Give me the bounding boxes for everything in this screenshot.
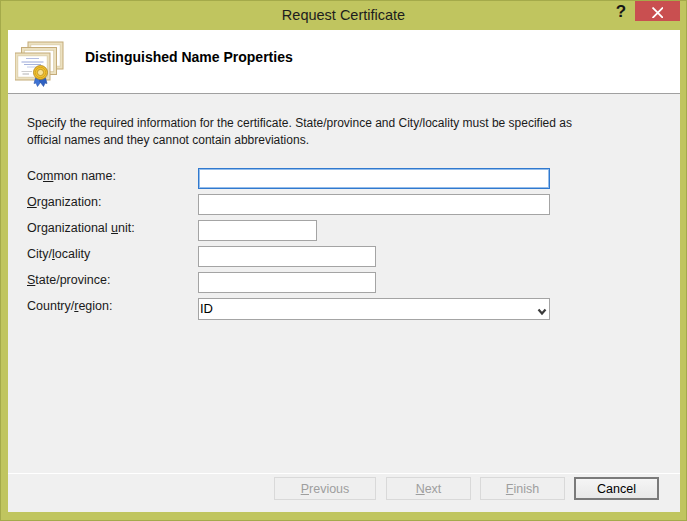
request-certificate-dialog: Request Certificate ? Distinguished Name…	[0, 0, 687, 521]
common-name-input[interactable]	[198, 168, 550, 189]
close-icon	[652, 7, 664, 19]
close-button[interactable]	[635, 1, 680, 21]
cancel-button[interactable]: Cancel	[574, 477, 659, 500]
organizational-unit-input[interactable]	[198, 220, 317, 241]
previous-button[interactable]: Previous	[274, 477, 376, 500]
form-row-state-province: State/province:	[8, 272, 680, 293]
finish-button[interactable]: Finish	[480, 477, 565, 500]
state-province-input[interactable]	[198, 272, 376, 293]
form-row-country-region: Country/region: ID	[8, 298, 680, 320]
organization-label: Organization:	[27, 192, 101, 213]
form-row-common-name: Common name:	[8, 168, 680, 189]
header-divider	[8, 93, 680, 94]
city-locality-label: City/locality	[27, 244, 90, 265]
form-row-organization: Organization:	[8, 194, 680, 215]
country-region-select[interactable]: ID	[198, 298, 550, 320]
form-row-organizational-unit: Organizational unit:	[8, 220, 680, 241]
organizational-unit-label: Organizational unit:	[27, 218, 135, 239]
titlebar[interactable]: Request Certificate ?	[0, 0, 687, 30]
footer-separator	[8, 473, 680, 474]
page-title: Distinguished Name Properties	[85, 49, 293, 65]
state-province-label: State/province:	[27, 270, 110, 291]
city-locality-input[interactable]	[198, 246, 376, 267]
country-region-label: Country/region:	[27, 296, 112, 317]
next-button[interactable]: Next	[386, 477, 471, 500]
wizard-header: Distinguished Name Properties	[8, 30, 680, 93]
common-name-label: Common name:	[27, 166, 116, 187]
window-title: Request Certificate	[0, 0, 687, 30]
dialog-content: Distinguished Name Properties Specify th…	[8, 30, 680, 512]
help-button[interactable]: ?	[606, 0, 636, 24]
organization-input[interactable]	[198, 194, 550, 215]
form-row-city-locality: City/locality	[8, 246, 680, 267]
certificates-icon	[15, 41, 65, 87]
instruction-text: Specify the required information for the…	[27, 115, 583, 149]
